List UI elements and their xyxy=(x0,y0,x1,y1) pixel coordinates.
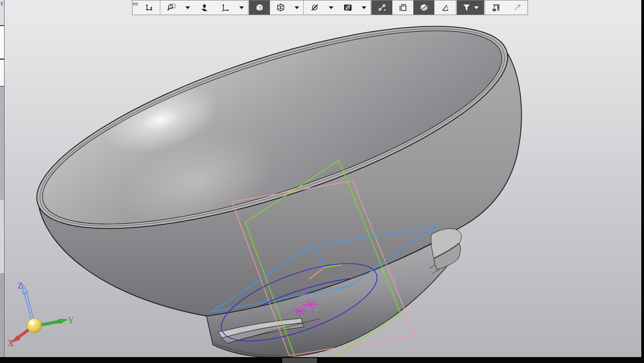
snaps-button[interactable] xyxy=(371,0,392,15)
zoom-area-icon xyxy=(167,3,176,12)
panel-edge-segment xyxy=(0,273,4,357)
panel-edge-segment xyxy=(0,60,4,86)
toolbar-separator xyxy=(370,0,371,15)
crane-icon xyxy=(492,3,501,12)
bottom-bar-segment xyxy=(282,358,317,363)
filter-objects-button[interactable] xyxy=(457,0,484,15)
zoom-fit-button[interactable] xyxy=(194,0,215,15)
cad-viewport-window: Z Y X xyxy=(0,0,644,363)
orientation-axes-icon xyxy=(221,3,230,12)
section-view-icon xyxy=(420,3,428,12)
panel-edge-segment xyxy=(0,87,4,200)
toolbar-grip[interactable] xyxy=(132,0,138,15)
snap-points-icon xyxy=(378,3,386,12)
cube-shaded-icon xyxy=(255,3,264,12)
dimensions-button[interactable] xyxy=(392,0,413,15)
orientation-dropdown[interactable] xyxy=(236,0,248,15)
section-display-button[interactable] xyxy=(413,0,434,15)
chevron-down-icon xyxy=(239,6,244,9)
toolbar-separator xyxy=(160,0,160,15)
chevron-down-icon xyxy=(185,6,190,9)
orientation-button[interactable] xyxy=(215,0,236,15)
chevron-down-icon xyxy=(329,6,333,9)
crane-tools-button[interactable] xyxy=(486,0,507,15)
hide-all-objects-button[interactable] xyxy=(337,0,358,15)
bottom-window-bar xyxy=(0,357,644,363)
toolbar-separator xyxy=(456,0,456,15)
y-axis-arrow xyxy=(42,321,60,326)
panel-edge-segment xyxy=(0,200,4,273)
chevron-down-icon xyxy=(362,6,366,9)
sketch-polyline-icon xyxy=(145,3,153,12)
model-viewport[interactable]: Z Y X xyxy=(0,0,644,363)
right-window-bar xyxy=(641,0,644,363)
origin-ball-highlight xyxy=(30,321,35,325)
z-axis-arrowhead xyxy=(22,284,28,294)
hide-object-dropdown[interactable] xyxy=(325,0,337,15)
hide-object-icon xyxy=(311,3,319,12)
shaded-display-button[interactable] xyxy=(249,0,270,15)
filter-icon xyxy=(462,3,471,12)
z-axis-label: Z xyxy=(18,281,23,290)
color-picker-button xyxy=(507,0,528,15)
z-axis-arrow xyxy=(24,293,33,320)
cube-wireframe-icon xyxy=(276,3,285,12)
hide-all-dropdown[interactable] xyxy=(358,0,370,15)
angle-measure-button[interactable] xyxy=(434,0,455,15)
model-right-tab[interactable] xyxy=(431,229,461,269)
origin-ball[interactable] xyxy=(27,318,42,333)
toolbar-separator xyxy=(248,0,248,15)
chevron-down-icon xyxy=(295,6,299,9)
auto-dimension-icon xyxy=(399,3,407,12)
toolbar-separator xyxy=(485,0,485,15)
model-bowl[interactable] xyxy=(16,0,528,316)
grip-dots-icon xyxy=(132,2,138,6)
edit-sketch-button[interactable] xyxy=(138,0,159,15)
chevron-down-icon xyxy=(474,6,479,9)
display-mode-dropdown[interactable] xyxy=(291,0,303,15)
panel-edge-marker xyxy=(1,2,3,5)
x-axis-label: X xyxy=(8,339,14,348)
zoom-area-button[interactable] xyxy=(161,0,182,15)
y-axis-arrowhead xyxy=(59,319,67,324)
hide-object-button[interactable] xyxy=(304,0,325,15)
zoom-area-dropdown[interactable] xyxy=(182,0,194,15)
hide-all-icon xyxy=(343,3,352,12)
left-panel-edge[interactable] xyxy=(0,0,5,363)
x-axis-arrow xyxy=(17,329,29,338)
wireframe-display-button[interactable] xyxy=(270,0,291,15)
toolbar-separator xyxy=(303,0,304,15)
panel-edge-segment xyxy=(0,26,4,58)
y-axis-label: Y xyxy=(68,316,74,325)
origin-triad: Z Y X xyxy=(8,281,74,348)
angle-measure-icon xyxy=(441,3,449,12)
zoom-fit-icon xyxy=(200,3,209,12)
eyedropper-icon xyxy=(513,3,522,12)
view-toolbar xyxy=(132,0,528,15)
